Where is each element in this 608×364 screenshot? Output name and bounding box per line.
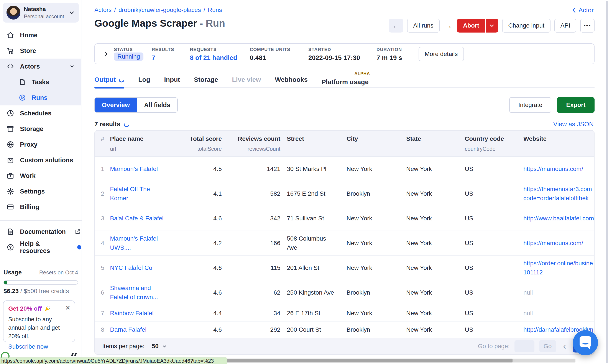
credit-card-icon [7,203,14,211]
abort-dropdown-button[interactable] [486,19,498,33]
change-input-button[interactable]: Change input [502,19,551,33]
website-link[interactable]: https://mamouns.com/ [523,166,583,172]
promo-title: Get 20% off [8,305,70,312]
tab-storage[interactable]: Storage [194,72,218,87]
integrate-button[interactable]: Integrate [509,97,552,113]
sidebar-item-tasks[interactable]: Tasks [0,74,81,90]
chat-bubble-icon [580,336,591,347]
header-actions: ← All runs → Abort Change input API ••• [389,19,595,33]
status-url-tooltip: https://console.apify.com/actors/nwua9Gu… [0,357,227,364]
briefcase-icon [7,172,14,180]
horizontal-scrollbar[interactable] [227,359,575,363]
avatar [7,6,20,20]
website-link[interactable]: https://themenustar3.com code=orderfalaf… [523,186,592,202]
more-details-button[interactable]: More details [419,47,464,61]
place-link[interactable]: Mamoun's Falafel - UWS,... [110,235,161,251]
table-row: 6 Shawarma and Falafel of crown... 4.6 6… [95,280,594,305]
place-link[interactable]: Shawarma and Falafel of crown... [110,285,158,300]
page-size-select[interactable]: 50 [152,343,167,350]
abort-button[interactable]: Abort [457,19,485,33]
tab-webhooks[interactable]: Webhooks [275,72,308,87]
tab-input[interactable]: Input [164,72,180,87]
sidebar-item-home[interactable]: Home [0,27,81,43]
globe-icon [7,141,14,148]
sidebar-nav: Home Store Actors Tasks Runs Schedules [0,27,81,215]
horizontal-scrollbar-thumb[interactable] [227,359,513,363]
table-header: # Place nameurl Total scoretotalScore Re… [95,130,594,156]
sidebar-item-settings[interactable]: Settings [0,183,81,199]
box-icon [7,125,14,133]
sidebar-item-billing[interactable]: Billing [0,199,81,215]
notification-dot [77,245,81,249]
home-icon [7,31,14,39]
sidebar-item-store[interactable]: Store [0,43,81,59]
sidebar-item-actors[interactable]: Actors [0,59,81,74]
chevron-down-icon [69,64,75,69]
sidebar-item-storage[interactable]: Storage [0,121,81,137]
sidebar-item-custom-solutions[interactable]: Custom solutions [0,152,81,168]
breadcrumb-actors[interactable]: Actors [94,7,112,13]
place-link[interactable]: Ba'al Cafe & Falafel [110,215,164,222]
null-value: null [523,289,533,296]
tab-platform-usage[interactable]: ALPHA Platform usage [322,72,369,87]
go-button[interactable]: Go [539,340,556,352]
usage-progress-bar [3,280,78,285]
api-button[interactable]: API [555,19,576,33]
document-icon [7,228,14,235]
tab-log[interactable]: Log [138,72,150,87]
actor-back-link[interactable]: Actor [571,7,594,14]
all-fields-toggle[interactable]: All fields [137,98,177,112]
tab-output[interactable]: Output [94,72,124,87]
chevron-left-icon [571,7,577,13]
website-link[interactable]: http://www.baalfalafel.com [523,215,594,222]
website-link[interactable]: https://mamouns.com/ [523,240,583,247]
next-run-button[interactable]: → [444,21,453,30]
bag-icon [7,156,14,164]
usage-credits: $6.23 / $500 free credits [3,288,69,295]
tab-live-view[interactable]: Live view [232,72,261,87]
place-link[interactable]: Darna Falafel [110,326,146,333]
table-row: 7 Rainbow Falafel 4.4 34 26 E 17th St Ne… [95,305,594,321]
export-button[interactable]: Export [557,97,595,113]
page-title: Google Maps Scraper- Run [94,17,225,29]
place-link[interactable]: NYC Falafel Co [110,264,152,271]
sidebar: Natasha Personal account Home Store Acto… [0,0,82,364]
sidebar-item-work[interactable]: Work [0,168,81,183]
status-badge: Running [114,52,144,61]
cutoff-widget-marks [72,353,76,356]
breadcrumb-runs[interactable]: Runs [208,7,222,13]
subscribe-now-link[interactable]: Subscribe now [8,343,70,350]
place-link[interactable]: Rainbow Falafel [110,310,154,316]
goto-page-input[interactable] [515,340,534,352]
sidebar-item-runs[interactable]: Runs [0,90,81,105]
vertical-scrollbar-thumb[interactable] [606,1,608,363]
all-runs-button[interactable]: All runs [407,19,439,33]
usage-progress-fill [4,281,7,284]
sidebar-item-documentation[interactable]: Documentation [0,224,81,239]
account-switcher[interactable]: Natasha Personal account [3,3,79,23]
vertical-scrollbar[interactable] [605,0,608,364]
breadcrumb-actor-name[interactable]: drobnikj/crawler-google-places [119,7,201,13]
view-as-json-link[interactable]: View as JSON [553,121,594,128]
breadcrumb: Actors / drobnikj/crawler-google-places … [94,7,222,13]
chevron-down-icon [68,9,75,16]
more-options-button[interactable]: ••• [580,19,595,33]
website-link[interactable]: https://order.online/busine 101112 [523,260,593,276]
table-row: 5 NYC Falafel Co 4.6 115 201 Allen St Ne… [95,255,594,280]
close-icon[interactable]: × [66,303,70,312]
previous-run-button[interactable]: ← [389,19,403,33]
table-row: 3 Ba'al Cafe & Falafel 4.6 342 71 Sulliv… [95,206,594,231]
stat-status: STATUS Running [114,47,144,61]
gear-icon [7,187,14,195]
sidebar-item-schedules[interactable]: Schedules [0,105,81,121]
help-circle-icon [7,243,14,251]
expand-chevron-icon[interactable] [103,51,109,57]
chat-widget-button[interactable] [573,330,598,355]
sidebar-item-help-resources[interactable]: Help & resources [0,239,81,255]
place-link[interactable]: Mamoun's Falafel [110,166,158,172]
overview-toggle[interactable]: Overview [95,98,137,112]
sidebar-item-proxy[interactable]: Proxy [0,137,81,152]
place-link[interactable]: Falafel Off The Korner [110,186,150,202]
cart-icon [7,47,14,55]
previous-page-chevron[interactable]: ‹ [563,342,566,351]
